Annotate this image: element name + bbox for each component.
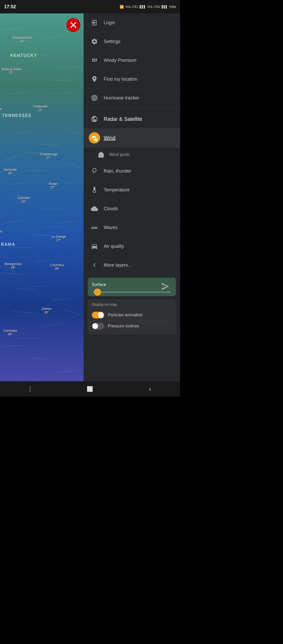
svg-line-36 xyxy=(7,177,29,189)
sidebar-item-temperature[interactable]: Temperature xyxy=(84,181,180,199)
city-birmingham: Birmingham29° xyxy=(0,230,2,237)
display-on-map-section: Display on map Particles animation Press… xyxy=(88,299,176,335)
more-layers-icon xyxy=(89,259,100,271)
particles-label: Particles animation xyxy=(108,313,143,317)
radar-label: Radar & Satellite xyxy=(104,116,142,122)
display-on-map-label: Display on map xyxy=(92,302,172,307)
svg-line-40 xyxy=(18,333,39,343)
radar-icon xyxy=(89,113,100,125)
temperature-icon xyxy=(89,184,100,196)
svg-line-4 xyxy=(46,30,67,43)
waves-label: Waves xyxy=(104,225,118,230)
svg-line-16 xyxy=(3,215,23,229)
air-quality-label: Air quality xyxy=(104,244,124,249)
premium-icon xyxy=(89,55,100,66)
rain-icon xyxy=(89,165,100,177)
svg-line-21 xyxy=(2,269,23,278)
svg-line-25 xyxy=(41,318,62,332)
svg-line-30 xyxy=(18,44,39,49)
hurricane-icon xyxy=(89,92,100,104)
city-huntsville: Huntsville29° xyxy=(4,168,17,175)
waves-icon xyxy=(89,222,100,233)
hurricane-label: Hurricane tracker xyxy=(104,95,139,101)
wind-gusts-icon xyxy=(96,150,106,159)
particles-animation-row: Particles animation xyxy=(92,310,172,321)
status-icons: 📶 VOL LTE1 ▌▌▌ VOL LTE2 ▌▌▌ 53% xyxy=(120,5,176,9)
sidebar-item-premium[interactable]: Windy Premium xyxy=(84,51,180,70)
pressure-toggle[interactable] xyxy=(92,323,104,329)
signal2-icon: ▌▌▌ xyxy=(140,5,146,8)
sidebar-item-radar[interactable]: Radar & Satellite xyxy=(84,110,180,129)
sidebar-item-waves[interactable]: Waves xyxy=(84,218,180,237)
city-elizabethtown: Elizabethtown23° xyxy=(13,36,32,43)
svg-line-39 xyxy=(64,310,81,315)
city-columbus: Columbus28° xyxy=(50,263,64,270)
signal4-icon: ▌▌▌ xyxy=(162,5,168,8)
premium-label: Windy Premium xyxy=(104,58,136,63)
more-layers-label: More layers... xyxy=(104,262,132,268)
sidebar-item-hurricane[interactable]: Hurricane tracker xyxy=(84,89,180,107)
location-icon xyxy=(89,73,100,85)
signal-icon: VOL LTE1 xyxy=(125,5,138,8)
city-la-grange: La Grange27° xyxy=(51,235,66,242)
svg-line-26 xyxy=(2,341,23,351)
sidebar-item-more-layers[interactable]: More layers... xyxy=(84,256,180,275)
sidebar-item-air-quality[interactable]: Air quality xyxy=(84,237,180,256)
sidebar-item-clouds[interactable]: Clouds xyxy=(84,199,180,218)
rain-label: Rain, thunder xyxy=(104,168,131,174)
svg-line-11 xyxy=(3,150,23,165)
map-area: KENTUCKY TENNESSEE BAMA Elizabethtown23°… xyxy=(0,13,84,381)
particles-toggle[interactable] xyxy=(92,312,104,318)
city-nashville: Nashville27° xyxy=(0,107,2,115)
clouds-label: Clouds xyxy=(104,206,118,211)
city-chattanooga: Chattanooga27° xyxy=(40,152,58,160)
sidebar-panel: Login Settings Windy Premium Find my loc… xyxy=(84,13,180,381)
city-gadsden: Gadsden28° xyxy=(17,196,30,204)
sidebar-item-wind-gusts[interactable]: Wind gusts xyxy=(84,147,180,162)
nav-bar: ⋮ ⬜ ‹ xyxy=(0,381,180,397)
air-quality-icon xyxy=(89,241,100,252)
svg-line-10 xyxy=(38,140,59,149)
clouds-icon xyxy=(89,203,100,214)
nav-home[interactable]: ⬜ xyxy=(82,383,98,395)
svg-line-29 xyxy=(7,379,29,381)
city-montgomery: Montgomery29° xyxy=(5,262,22,269)
svg-line-12 xyxy=(25,165,47,176)
wifi-icon: 📶 xyxy=(120,5,124,9)
svg-line-6 xyxy=(7,87,29,99)
sidebar-item-rain[interactable]: Rain, thunder xyxy=(84,162,180,181)
svg-line-28 xyxy=(56,366,77,377)
settings-label: Settings xyxy=(104,39,120,44)
status-time: 17:52 xyxy=(4,4,16,10)
nav-recent-apps[interactable]: ⋮ xyxy=(22,383,38,395)
svg-line-37 xyxy=(43,222,65,232)
surface-section: Surface xyxy=(88,278,176,296)
login-label: Login xyxy=(104,20,115,26)
sidebar-item-settings[interactable]: Settings xyxy=(84,32,180,51)
wind-active-icon xyxy=(89,132,100,143)
city-rome: Rome27° xyxy=(49,182,57,189)
svg-line-17 xyxy=(28,231,49,239)
svg-line-0 xyxy=(2,23,21,35)
sidebar-item-wind[interactable]: Wind xyxy=(84,129,180,147)
sidebar-item-find-location[interactable]: Find my location xyxy=(84,70,180,89)
svg-line-27 xyxy=(28,354,49,363)
svg-line-24 xyxy=(13,308,34,317)
wind-gusts-label: Wind gusts xyxy=(109,152,130,157)
city-dothan: Dothan30° xyxy=(42,307,52,314)
surface-slider-track xyxy=(93,292,171,293)
pressure-isolines-row: Pressure isolines xyxy=(92,321,172,332)
city-cookeville: Cookeville25° xyxy=(33,105,48,112)
svg-line-5 xyxy=(59,62,80,73)
wind-label: Wind xyxy=(104,135,116,141)
surface-label: Surface xyxy=(92,282,106,287)
svg-line-15 xyxy=(41,204,62,214)
svg-line-38 xyxy=(15,285,36,293)
sidebar-item-login[interactable]: Login xyxy=(84,13,180,32)
svg-line-22 xyxy=(25,281,47,292)
pressure-label: Pressure isolines xyxy=(108,324,139,328)
nav-back[interactable]: ‹ xyxy=(142,383,158,395)
city-bowling-green: Bowling Green22° xyxy=(2,67,22,75)
close-button[interactable] xyxy=(66,18,80,32)
state-alabama: BAMA xyxy=(1,242,15,247)
